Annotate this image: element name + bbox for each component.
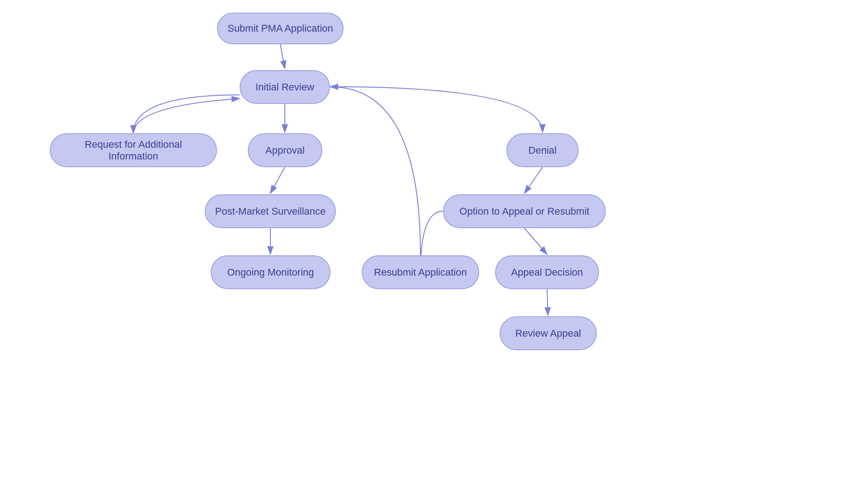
- diagram: Submit PMA Application Initial Review Re…: [0, 0, 868, 488]
- denial-node: Denial: [506, 133, 579, 167]
- post-market-node: Post-Market Surveillance: [205, 194, 336, 228]
- initial-review-node: Initial Review: [240, 70, 330, 104]
- review-appeal-label: Review Appeal: [515, 328, 581, 339]
- svg-line-6: [524, 228, 547, 254]
- resubmit-label: Resubmit Application: [374, 267, 467, 278]
- request-info-label: Request for Additional Information: [60, 139, 207, 162]
- svg-line-3: [270, 167, 285, 193]
- denial-label: Denial: [528, 145, 557, 156]
- appeal-decision-node: Appeal Decision: [495, 255, 599, 289]
- svg-line-1: [280, 44, 285, 69]
- approval-node: Approval: [248, 133, 322, 167]
- arrows-svg: [0, 0, 868, 488]
- submit-pma-node: Submit PMA Application: [217, 13, 344, 44]
- svg-line-4: [524, 167, 542, 193]
- submit-pma-label: Submit PMA Application: [227, 23, 333, 34]
- approval-label: Approval: [265, 145, 305, 156]
- svg-line-7: [547, 289, 548, 315]
- option-appeal-label: Option to Appeal or Resubmit: [459, 206, 589, 217]
- review-appeal-node: Review Appeal: [500, 316, 597, 350]
- appeal-decision-label: Appeal Decision: [511, 267, 583, 278]
- ongoing-monitoring-node: Ongoing Monitoring: [211, 255, 330, 289]
- request-info-node: Request for Additional Information: [50, 133, 217, 167]
- post-market-label: Post-Market Surveillance: [215, 206, 326, 217]
- initial-review-label: Initial Review: [255, 81, 314, 93]
- resubmit-node: Resubmit Application: [362, 255, 479, 289]
- ongoing-monitoring-label: Ongoing Monitoring: [227, 267, 314, 278]
- option-appeal-node: Option to Appeal or Resubmit: [443, 194, 606, 228]
